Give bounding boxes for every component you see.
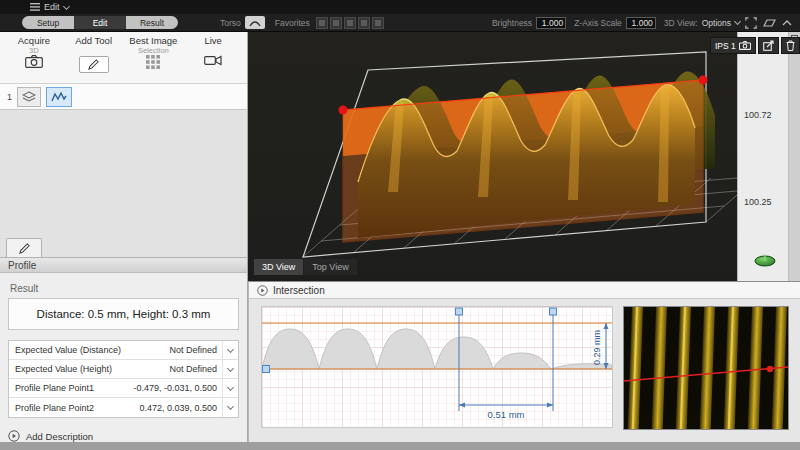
chevron-down-icon xyxy=(62,2,69,9)
profile-result-panel: Result Distance: 0.5 mm, Height: 0.3 mm … xyxy=(0,273,247,442)
z-axis-label-upper: 100.72 xyxy=(744,110,772,120)
brightness-label: Brightness xyxy=(492,18,532,28)
tool-canvas-empty-area xyxy=(0,110,247,257)
3d-viewport[interactable]: 3D View Top View xyxy=(248,32,737,281)
titlebar: Edit xyxy=(0,0,800,14)
hamburger-menu-icon[interactable] xyxy=(30,3,40,11)
result-value: Distance: 0.5 mm, Height: 0.3 mm xyxy=(8,298,239,330)
width-measurement-label: 0.51 mm xyxy=(488,409,525,420)
profile-chart[interactable]: 0.51 mm 0.29 mm xyxy=(261,306,613,428)
crop-icon xyxy=(745,17,757,29)
pencil-icon xyxy=(19,243,30,254)
table-row[interactable]: Expected Value (Height) Not Defined xyxy=(9,360,238,379)
surface-camera-image[interactable] xyxy=(623,306,789,430)
row-value: Not Defined xyxy=(169,345,222,355)
edit-profile-tab[interactable] xyxy=(6,238,42,257)
crop-view-button[interactable] xyxy=(744,16,758,30)
top-view-button[interactable]: Top View xyxy=(304,259,356,275)
profile-line-endpoint xyxy=(767,366,773,372)
z-scale-input[interactable]: 1.000 xyxy=(626,17,656,29)
acquire-3d-tool[interactable]: Acquire 3D xyxy=(4,35,64,81)
table-row[interactable]: Expected Value (Distance) Not Defined xyxy=(9,341,238,360)
z-axis-scale-strip: 100.72 100.25 xyxy=(737,32,800,281)
menu-label[interactable]: Edit xyxy=(44,2,60,12)
ips-label: IPS 1 xyxy=(715,41,736,51)
collapse-circle-icon[interactable] xyxy=(257,285,268,296)
main-toolbar: Setup Edit Result Torso Favorites Bright… xyxy=(0,14,800,32)
favorite-slot-button[interactable] xyxy=(344,17,356,29)
camera-icon[interactable] xyxy=(25,55,43,68)
favorite-slot-button[interactable] xyxy=(316,17,328,29)
arc-icon xyxy=(248,18,262,27)
torso-toggle-button[interactable] xyxy=(245,16,265,29)
table-row[interactable]: Profile Plane Point2 0.472, 0.039, 0.500 xyxy=(9,398,238,417)
z-scale-label: Z-Axis Scale xyxy=(574,18,622,28)
orientation-gizmo[interactable] xyxy=(752,252,778,268)
add-tool-label: Add Tool xyxy=(75,35,112,46)
add-tool-button[interactable] xyxy=(79,56,109,73)
ips-capture-button[interactable]: IPS 1 xyxy=(710,37,756,54)
table-row[interactable]: Profile Plane Point1 -0.479, -0.031, 0.5… xyxy=(9,379,238,398)
intersection-header[interactable]: Intersection xyxy=(249,282,800,299)
viewport-action-buttons: IPS 1 xyxy=(710,37,800,54)
camera-icon xyxy=(739,41,751,50)
baseline-handle[interactable] xyxy=(263,366,270,373)
add-tool[interactable]: Add Tool xyxy=(64,35,124,81)
expand-row-button[interactable] xyxy=(222,379,238,397)
favorite-slot-button[interactable] xyxy=(358,17,370,29)
cursor-handle[interactable] xyxy=(550,308,557,315)
cursor-handle[interactable] xyxy=(456,308,463,315)
best-image-selection-tool[interactable]: Best Image Selection xyxy=(124,35,184,81)
profile-properties-table: Expected Value (Distance) Not Defined Ex… xyxy=(8,340,239,418)
3d-view-options-dropdown[interactable]: Options xyxy=(702,18,731,28)
collapsed-side-panel[interactable] xyxy=(788,32,800,281)
layers-icon xyxy=(22,91,36,103)
expand-row-button[interactable] xyxy=(222,341,238,359)
chevron-down-icon xyxy=(734,18,741,25)
mode-tabs: Setup Edit Result xyxy=(22,16,178,29)
view-settings-group: Brightness 1.000 Z-Axis Scale 1.000 3D V… xyxy=(492,16,800,30)
tab-edit[interactable]: Edit xyxy=(74,16,126,29)
row-label: Profile Plane Point2 xyxy=(15,403,94,413)
chevron-down-icon xyxy=(227,383,234,390)
favorite-slot-button[interactable] xyxy=(330,17,342,29)
add-description-label: Add Description xyxy=(26,431,93,442)
best-image-label: Best Image xyxy=(129,35,177,46)
video-camera-icon[interactable] xyxy=(204,55,222,66)
profile-section-header: Profile xyxy=(0,257,247,273)
left-panel: Acquire 3D Add Tool Best Image xyxy=(0,32,248,442)
tab-result[interactable]: Result xyxy=(126,16,178,29)
dataset-thumbnail-button[interactable] xyxy=(17,87,41,107)
intersection-panel: Intersection xyxy=(248,281,800,442)
profile-section-title: Profile xyxy=(8,260,36,271)
best-image-sub-label: Selection xyxy=(138,46,169,55)
surface-view-button[interactable] xyxy=(762,16,776,30)
row-value: -0.479, -0.031, 0.500 xyxy=(133,383,222,393)
profile-plane-handle-right[interactable] xyxy=(699,76,708,85)
trash-icon xyxy=(786,40,795,51)
row-label: Expected Value (Height) xyxy=(15,364,112,374)
profile-tool-button-active[interactable] xyxy=(46,87,72,107)
delete-button[interactable] xyxy=(781,37,800,54)
acquire-label: Acquire xyxy=(18,35,50,46)
export-snapshot-button[interactable] xyxy=(758,37,779,54)
3d-view-button[interactable]: 3D View xyxy=(254,259,303,275)
chevron-down-icon xyxy=(227,364,234,371)
viewport-view-switch: 3D View Top View xyxy=(254,259,357,275)
expand-row-button[interactable] xyxy=(222,360,238,378)
surface-icon xyxy=(763,17,776,28)
expand-row-button[interactable] xyxy=(222,398,238,417)
profile-plane-handle-left[interactable] xyxy=(339,106,348,115)
collapse-toolbar-button[interactable] xyxy=(780,16,794,30)
add-description-button[interactable]: Add Description xyxy=(8,430,239,442)
live-tool[interactable]: Live xyxy=(183,35,243,81)
tab-setup[interactable]: Setup xyxy=(22,16,74,29)
row-label: Expected Value (Distance) xyxy=(15,345,121,355)
bottom-status-strip xyxy=(0,442,800,450)
app-window: Edit Setup Edit Result Torso Favorites B… xyxy=(0,0,800,450)
brightness-input[interactable]: 1.000 xyxy=(536,17,566,29)
favorite-slot-button[interactable] xyxy=(372,17,384,29)
grid-icon[interactable] xyxy=(146,55,160,69)
row-label: Profile Plane Point1 xyxy=(15,383,94,393)
acquire-sub-label: 3D xyxy=(29,46,39,55)
